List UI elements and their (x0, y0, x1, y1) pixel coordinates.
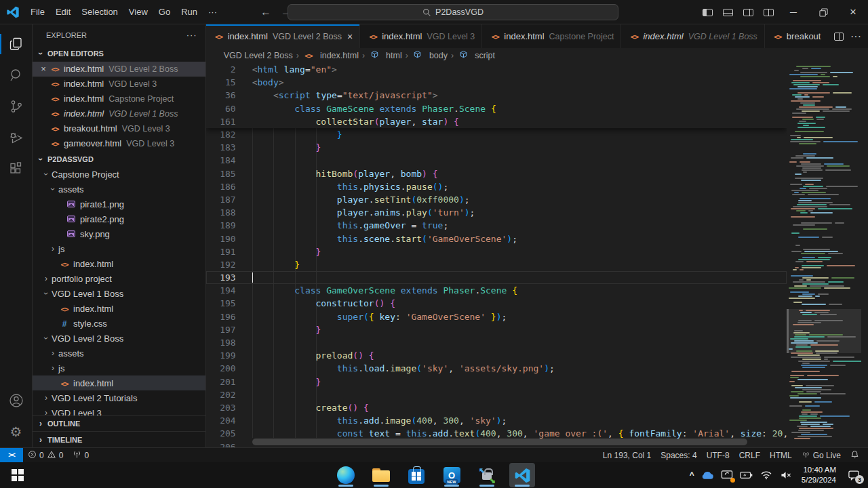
menu-selection[interactable]: Selection (76, 4, 123, 20)
timeline-header[interactable]: › TIMELINE (33, 431, 205, 447)
code-line-186[interactable]: 186 this.physics.pause(); (206, 180, 787, 193)
line-number[interactable]: 189 (206, 219, 252, 232)
tree-item-vgd-level-2-tutorials[interactable]: ›VGD Level 2 Tutorials (33, 390, 205, 405)
code-line-195[interactable]: 195 constructor() { (206, 297, 787, 310)
open-editor-item[interactable]: <>breakout.htmlVGD Level 3 (33, 121, 205, 136)
taskbar-clock[interactable]: 10:40 AM 5/29/2024 (802, 465, 836, 485)
tree-item-vgd-level-3[interactable]: ›VGD Level 3 (33, 405, 205, 415)
eol-status[interactable]: CRLF (734, 448, 765, 463)
tree-item-vgd-level-2-boss[interactable]: ›VGD Level 2 Boss (33, 331, 205, 346)
code-line-200[interactable]: 200 this.load.image('sky', 'assets/sky.p… (206, 362, 787, 375)
code-line-199[interactable]: 199 preload() { (206, 349, 787, 362)
code-line-191[interactable]: 191 } (206, 245, 787, 258)
code-line-60[interactable]: 60 class GameScene extends Phaser.Scene … (206, 102, 787, 115)
tree-item-assets[interactable]: ›assets (33, 182, 205, 197)
close-icon[interactable]: × (38, 64, 49, 74)
code-line-2[interactable]: 2<html lang="en"> (206, 63, 787, 76)
problems-status[interactable]: 0 0 (23, 448, 68, 463)
open-editor-item[interactable]: <>index.htmlVGD Level 1 Boss (33, 106, 205, 121)
line-number[interactable]: 192 (206, 258, 252, 271)
cast-display-icon[interactable] (720, 467, 734, 483)
menu-moremoremore[interactable]: ··· (203, 4, 222, 20)
settings-gear-icon[interactable]: ⚙ (0, 416, 33, 447)
line-number[interactable]: 188 (206, 206, 252, 219)
line-number[interactable]: 202 (206, 388, 252, 401)
taskbar-edge-icon[interactable] (333, 463, 359, 487)
indentation-status[interactable]: Spaces: 4 (656, 448, 701, 463)
minimize-button[interactable]: ─ (778, 0, 808, 24)
line-number[interactable]: 190 (206, 232, 252, 245)
code-line-204[interactable]: 204 this.add.image(400, 300, 'sky'); (206, 414, 787, 427)
taskbar-vscode-icon[interactable] (509, 463, 535, 487)
wifi-icon[interactable] (760, 467, 773, 483)
horizontal-scrollbar[interactable] (252, 439, 747, 445)
line-number[interactable]: 200 (206, 362, 252, 375)
line-number[interactable]: 195 (206, 297, 252, 310)
line-number[interactable]: 201 (206, 375, 252, 388)
tab-index.html-vgd-level-3[interactable]: <>index.htmlVGD Level 3 (360, 24, 482, 48)
code-line-188[interactable]: 188 player.anims.play('turn'); (206, 206, 787, 219)
tab-breakout[interactable]: <>breakout (765, 24, 827, 48)
code-line-197[interactable]: 197 } (206, 323, 787, 336)
tree-item-assets[interactable]: ›assets (33, 346, 205, 361)
line-number[interactable]: 198 (206, 336, 252, 349)
encoding-status[interactable]: UTF-8 (702, 448, 734, 463)
split-editor-icon[interactable] (834, 33, 844, 41)
remote-indicator[interactable]: >< (0, 448, 23, 463)
code-line-190[interactable]: 190 this.scene.start('GameOverScene'); (206, 232, 787, 245)
command-center-search[interactable]: P2DassVGD (288, 4, 618, 20)
tab-index.html-vgd-level-2-boss[interactable]: <>index.htmlVGD Level 2 Boss× (206, 24, 361, 48)
code-line-201[interactable]: 201 } (206, 375, 787, 388)
line-number[interactable]: 206 (206, 441, 252, 448)
code-line-183[interactable]: 183 } (206, 141, 787, 154)
notification-center-icon[interactable]: 3 (845, 467, 863, 483)
taskbar-store-icon[interactable] (403, 463, 429, 487)
tree-item-style-css[interactable]: #style.css (33, 316, 205, 331)
extensions-icon[interactable] (0, 153, 33, 184)
go-live-button[interactable]: Go Live (797, 448, 846, 463)
toggle-sidebar-icon[interactable] (697, 3, 717, 21)
code-editor[interactable]: 182 }183 }184185 hitBomb(player, bomb) {… (206, 63, 868, 447)
minimap[interactable] (787, 63, 861, 447)
line-number[interactable]: 184 (206, 154, 252, 167)
search-view-icon[interactable] (0, 60, 33, 91)
line-number[interactable]: 197 (206, 323, 252, 336)
code-line-198[interactable]: 198 (206, 336, 787, 349)
open-editor-item[interactable]: ×<>index.htmlVGD Level 2 Boss (33, 62, 205, 77)
restore-button[interactable] (808, 0, 838, 24)
tray-overflow-chevron[interactable]: ^ (690, 470, 694, 480)
line-number[interactable]: 183 (206, 141, 252, 154)
code-line-185[interactable]: 185 hitBomb(player, bomb) { (206, 167, 787, 180)
open-editor-item[interactable]: <>index.htmlVGD Level 3 (33, 77, 205, 92)
breadcrumb-item-index-html[interactable]: <>index.html (302, 51, 359, 60)
language-mode-status[interactable]: HTML (765, 448, 797, 463)
notifications-bell-icon[interactable] (846, 448, 864, 463)
tree-item-pirate2-png[interactable]: pirate2.png (33, 211, 205, 226)
line-number[interactable]: 182 (206, 128, 252, 141)
menu-edit[interactable]: Edit (50, 4, 76, 20)
code-line-189[interactable]: 189 this.gameOver = true; (206, 219, 787, 232)
menu-run[interactable]: Run (176, 4, 203, 20)
open-editors-header[interactable]: › OPEN EDITORS (33, 45, 205, 62)
breadcrumb-item-vgd-level-2-boss[interactable]: VGD Level 2 Boss (224, 51, 293, 60)
close-icon[interactable]: × (347, 31, 353, 42)
taskbar-outlook-icon[interactable]: O NEW (439, 463, 465, 487)
breadcrumb-item-html[interactable]: html (368, 50, 402, 61)
code-line-161[interactable]: 161 collectStar(player, star) { (206, 115, 787, 128)
code-line-202[interactable]: 202 (206, 388, 787, 401)
breadcrumb-item-body[interactable]: body (412, 50, 448, 61)
line-number[interactable]: 191 (206, 245, 252, 258)
account-icon[interactable] (0, 385, 33, 416)
open-editor-item[interactable]: <>index.htmlCapstone Project (33, 92, 205, 106)
code-line-36[interactable]: 36 <script type="text/javascript"> (206, 89, 787, 102)
line-number[interactable]: 185 (206, 167, 252, 180)
toggle-secondary-sidebar-icon[interactable] (738, 3, 758, 21)
line-number[interactable]: 187 (206, 193, 252, 206)
tree-item-portfolio-project[interactable]: ›portfolio project (33, 271, 205, 286)
line-number[interactable]: 2 (206, 63, 252, 76)
ports-status[interactable]: 0 (68, 448, 94, 463)
code-line-203[interactable]: 203 create() { (206, 401, 787, 414)
source-control-icon[interactable] (0, 91, 33, 122)
volume-muted-icon[interactable] (779, 467, 793, 483)
line-number[interactable]: 161 (206, 115, 252, 128)
